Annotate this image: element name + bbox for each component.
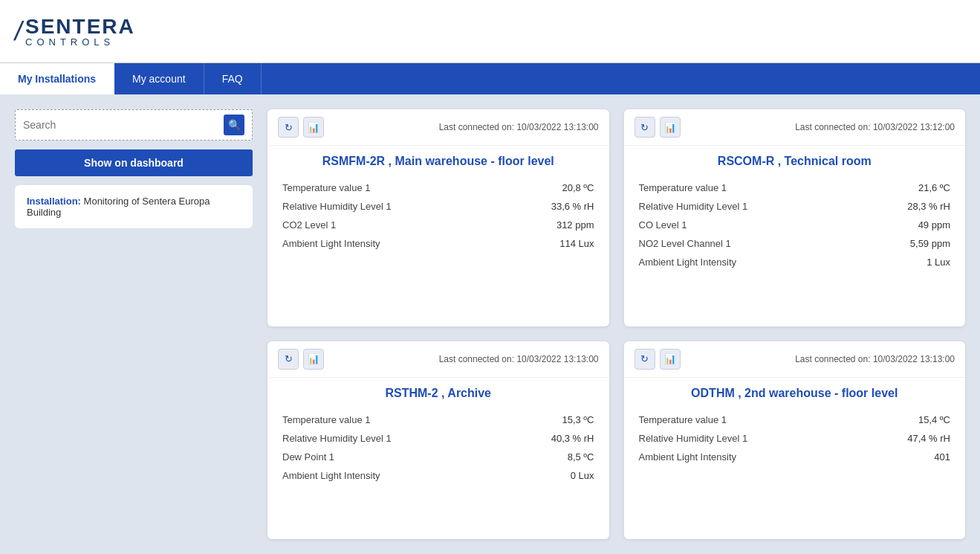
data-label: Temperature value 1 bbox=[282, 414, 371, 425]
data-label: CO Level 1 bbox=[639, 219, 687, 231]
data-label: Relative Humidity Level 1 bbox=[282, 201, 392, 212]
data-value: 401 bbox=[934, 451, 950, 463]
data-label: Relative Humidity Level 1 bbox=[282, 433, 392, 444]
data-label: Ambient Light Intensity bbox=[282, 238, 380, 249]
refresh-button[interactable]: ↻ bbox=[278, 349, 299, 370]
refresh-button[interactable]: ↻ bbox=[635, 349, 655, 370]
header: / SENTERA CONTROLS bbox=[0, 0, 980, 63]
data-value: 20,8 ºC bbox=[562, 182, 594, 193]
chart-button[interactable]: 📊 bbox=[303, 117, 324, 138]
data-value: 114 Lux bbox=[559, 238, 594, 249]
nav-item-my-installations[interactable]: My Installations bbox=[0, 63, 114, 94]
device-card-card-rsmfm2r: ↻📊Last connected on: 10/03/2022 13:13:00… bbox=[267, 109, 609, 326]
table-row: Temperature value 120,8 ºC bbox=[282, 178, 594, 197]
table-row: Ambient Light Intensity401 bbox=[639, 448, 951, 466]
table-row: CO2 Level 1312 ppm bbox=[282, 216, 594, 234]
main-layout: 🔍 Show on dashboard Installation: Monito… bbox=[0, 94, 980, 554]
installation-box: Installation: Monitoring of Sentera Euro… bbox=[15, 185, 253, 228]
table-row: Temperature value 121,6 ºC bbox=[639, 178, 951, 197]
logo-sentera: SENTERA bbox=[25, 16, 135, 37]
table-row: Relative Humidity Level 140,3 % rH bbox=[282, 429, 594, 448]
card-title: RSTHM-2 , Archive bbox=[267, 378, 609, 408]
card-data: Temperature value 115,3 ºCRelative Humid… bbox=[267, 408, 609, 500]
table-row: CO Level 149 ppm bbox=[639, 216, 951, 234]
table-row: Temperature value 115,4 ºC bbox=[639, 410, 951, 429]
logo: / SENTERA CONTROLS bbox=[15, 16, 135, 47]
table-row: Ambient Light Intensity0 Lux bbox=[282, 466, 594, 485]
data-value: 5,59 ppm bbox=[910, 238, 950, 249]
data-label: Ambient Light Intensity bbox=[639, 257, 737, 268]
data-value: 15,3 ºC bbox=[562, 414, 594, 425]
logo-slash: / bbox=[12, 16, 25, 47]
data-value: 49 ppm bbox=[918, 219, 950, 231]
device-card-card-rscomr: ↻📊Last connected on: 10/03/2022 13:12:00… bbox=[624, 109, 966, 326]
data-label: Temperature value 1 bbox=[282, 182, 371, 193]
data-label: Relative Humidity Level 1 bbox=[639, 201, 748, 212]
card-header: ↻📊Last connected on: 10/03/2022 13:13:00 bbox=[267, 109, 609, 146]
data-label: Ambient Light Intensity bbox=[639, 451, 737, 463]
data-label: Ambient Light Intensity bbox=[282, 470, 380, 481]
table-row: Temperature value 115,3 ºC bbox=[282, 410, 594, 429]
installation-label: Installation: bbox=[27, 196, 81, 207]
refresh-button[interactable]: ↻ bbox=[278, 117, 299, 138]
data-value: 1 Lux bbox=[927, 257, 950, 268]
table-row: Relative Humidity Level 128,3 % rH bbox=[639, 197, 951, 216]
data-value: 0 Lux bbox=[571, 470, 594, 481]
data-value: 33,6 % rH bbox=[551, 201, 594, 212]
data-label: Dew Point 1 bbox=[282, 451, 334, 463]
card-title: RSMFM-2R , Main warehouse - floor level bbox=[267, 146, 609, 175]
card-header: ↻📊Last connected on: 10/03/2022 13:13:00 bbox=[624, 341, 966, 378]
device-card-card-odthm: ↻📊Last connected on: 10/03/2022 13:13:00… bbox=[624, 341, 966, 540]
chart-button[interactable]: 📊 bbox=[660, 117, 681, 138]
card-data: Temperature value 120,8 ºCRelative Humid… bbox=[267, 175, 609, 268]
data-value: 28,3 % rH bbox=[907, 201, 950, 212]
data-value: 312 ppm bbox=[556, 219, 594, 231]
refresh-button[interactable]: ↻ bbox=[635, 117, 655, 138]
data-label: Relative Humidity Level 1 bbox=[639, 433, 748, 444]
data-label: Temperature value 1 bbox=[639, 414, 727, 425]
show-dashboard-button[interactable]: Show on dashboard bbox=[15, 149, 253, 176]
main-nav: My Installations My account FAQ bbox=[0, 63, 980, 94]
table-row: Ambient Light Intensity1 Lux bbox=[639, 253, 951, 271]
data-value: 40,3 % rH bbox=[551, 433, 594, 444]
logo-controls: CONTROLS bbox=[25, 37, 135, 47]
sidebar: 🔍 Show on dashboard Installation: Monito… bbox=[15, 109, 253, 539]
card-data: Temperature value 115,4 ºCRelative Humid… bbox=[624, 408, 966, 481]
search-button[interactable]: 🔍 bbox=[224, 115, 244, 135]
card-title: ODTHM , 2nd warehouse - floor level bbox=[624, 378, 966, 408]
search-input[interactable] bbox=[23, 119, 224, 131]
search-box: 🔍 bbox=[15, 109, 253, 141]
data-label: Temperature value 1 bbox=[639, 182, 727, 193]
device-card-card-rsthm2: ↻📊Last connected on: 10/03/2022 13:13:00… bbox=[267, 341, 609, 540]
nav-item-my-account[interactable]: My account bbox=[114, 63, 204, 94]
chart-button[interactable]: 📊 bbox=[660, 349, 681, 370]
card-header: ↻📊Last connected on: 10/03/2022 13:13:00 bbox=[267, 341, 609, 378]
data-value: 8,5 ºC bbox=[568, 451, 594, 463]
content-area: ↻📊Last connected on: 10/03/2022 13:13:00… bbox=[267, 109, 965, 539]
chart-button[interactable]: 📊 bbox=[303, 349, 324, 370]
card-timestamp: Last connected on: 10/03/2022 13:13:00 bbox=[439, 354, 599, 364]
logo-text: SENTERA CONTROLS bbox=[25, 16, 135, 47]
card-timestamp: Last connected on: 10/03/2022 13:12:00 bbox=[795, 122, 955, 132]
card-header: ↻📊Last connected on: 10/03/2022 13:12:00 bbox=[624, 109, 966, 146]
data-value: 15,4 ºC bbox=[918, 414, 950, 425]
data-label: CO2 Level 1 bbox=[282, 219, 336, 231]
nav-item-faq[interactable]: FAQ bbox=[204, 63, 262, 94]
table-row: Relative Humidity Level 147,4 % rH bbox=[639, 429, 951, 448]
card-timestamp: Last connected on: 10/03/2022 13:13:00 bbox=[439, 122, 599, 132]
card-data: Temperature value 121,6 ºCRelative Humid… bbox=[624, 175, 966, 286]
table-row: Dew Point 18,5 ºC bbox=[282, 448, 594, 466]
table-row: Ambient Light Intensity114 Lux bbox=[282, 234, 594, 253]
data-label: NO2 Level Channel 1 bbox=[639, 238, 731, 249]
table-row: Relative Humidity Level 133,6 % rH bbox=[282, 197, 594, 216]
data-value: 47,4 % rH bbox=[907, 433, 950, 444]
table-row: NO2 Level Channel 15,59 ppm bbox=[639, 234, 951, 253]
data-value: 21,6 ºC bbox=[918, 182, 950, 193]
card-title: RSCOM-R , Technical room bbox=[624, 146, 966, 175]
card-timestamp: Last connected on: 10/03/2022 13:13:00 bbox=[795, 354, 955, 364]
